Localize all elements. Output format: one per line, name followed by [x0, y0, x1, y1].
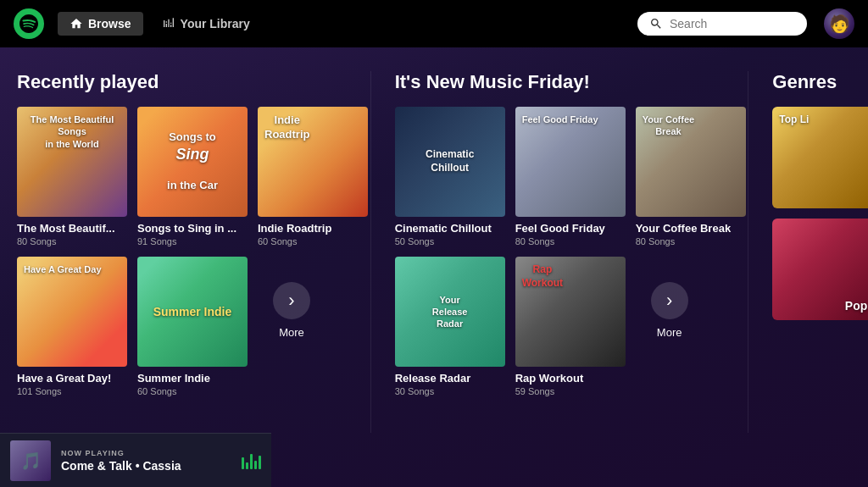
now-playing-label: NOW PLAYING — [61, 449, 231, 457]
genres-section: Genres Top Li Pop — [755, 71, 868, 433]
card-thumbnail: Your CoffeeBreak — [636, 107, 746, 217]
new-music-friday-title: It's New Music Friday! — [395, 71, 725, 93]
search-bar[interactable] — [637, 12, 807, 36]
more-label: More — [279, 326, 304, 339]
list-item[interactable]: IndieRoadtrip Indie Roadtrip 60 Songs — [258, 107, 368, 246]
list-item[interactable]: YourReleaseRadar Release Radar 30 Songs — [395, 257, 505, 396]
list-item[interactable]: Have A Great Day Have a Great Day! 101 S… — [17, 257, 127, 396]
genre-label: Pop — [772, 219, 868, 320]
browse-label: Browse — [88, 17, 131, 30]
card-thumbnail: Feel Good Friday — [515, 107, 626, 217]
list-item[interactable]: Feel Good Friday Feel Good Friday 80 Son… — [515, 107, 626, 246]
card-subtitle: 101 Songs — [17, 386, 127, 396]
art-label: Songs toSingin the Car — [137, 107, 248, 217]
navbar: Browse Your Library 🧑 — [0, 0, 868, 47]
new-music-row2: YourReleaseRadar Release Radar 30 Songs … — [395, 257, 725, 396]
library-label: Your Library — [181, 17, 250, 30]
card-title: Summer Indie — [137, 372, 248, 385]
art-label: Have A Great Day — [17, 257, 127, 367]
equalizer-bars — [242, 452, 261, 469]
card-subtitle: 59 Songs — [515, 386, 626, 396]
genre-card-pop[interactable]: Pop — [772, 219, 868, 320]
recently-played-more-button[interactable]: › More — [258, 257, 326, 339]
card-thumbnail: Summer Indie — [137, 257, 248, 367]
section-divider — [370, 71, 371, 433]
card-title: Have a Great Day! — [17, 372, 127, 385]
card-subtitle: 50 Songs — [395, 236, 505, 246]
genres-title: Genres — [772, 71, 868, 93]
card-subtitle: 80 Songs — [17, 236, 127, 246]
card-thumbnail: RapWorkout — [515, 257, 626, 367]
card-thumbnail: Songs toSingin the Car — [137, 107, 248, 217]
search-icon — [649, 17, 663, 30]
main-content: Recently played The Most Beautiful Songs… — [0, 47, 868, 433]
card-thumbnail: Have A Great Day — [17, 257, 127, 367]
list-item[interactable]: Songs toSingin the Car Songs to Sing in … — [137, 107, 248, 246]
art-label: Summer Indie — [137, 257, 248, 367]
card-thumbnail: CinematicChillout — [395, 107, 505, 217]
art-label: IndieRoadtrip — [258, 107, 368, 217]
library-nav-item[interactable]: Your Library — [150, 12, 262, 36]
eq-bar — [250, 454, 253, 469]
browse-nav-item[interactable]: Browse — [58, 12, 143, 36]
art-label: CinematicChillout — [395, 107, 505, 217]
user-avatar[interactable]: 🧑 — [824, 8, 854, 39]
art-label: The Most Beautiful Songsin the World — [17, 107, 127, 217]
genre-label: Top Li — [772, 107, 868, 208]
list-item[interactable]: Summer Indie Summer Indie 60 Songs — [137, 257, 248, 396]
recently-played-title: Recently played — [17, 71, 347, 93]
more-circle-icon: › — [651, 282, 688, 319]
new-music-friday-section: It's New Music Friday! CinematicChillout… — [378, 71, 742, 433]
card-title: Indie Roadtrip — [258, 222, 368, 235]
art-label: Feel Good Friday — [515, 107, 626, 217]
recently-played-row2: Have A Great Day Have a Great Day! 101 S… — [17, 257, 347, 396]
art-label: YourReleaseRadar — [395, 257, 505, 367]
card-thumbnail: YourReleaseRadar — [395, 257, 505, 367]
player-info: NOW PLAYING Come & Talk • Cassia — [61, 449, 231, 473]
player-thumbnail: 🎵 — [10, 440, 51, 481]
card-title: The Most Beautif... — [17, 222, 127, 235]
art-label: Your CoffeeBreak — [636, 107, 746, 217]
eq-bar — [242, 457, 244, 469]
card-title: Cinematic Chillout — [395, 222, 505, 235]
card-thumbnail: IndieRoadtrip — [258, 107, 368, 217]
card-subtitle: 80 Songs — [515, 236, 626, 246]
recently-played-section: Recently played The Most Beautiful Songs… — [0, 71, 364, 433]
player-track-name: Come & Talk • Cassia — [61, 459, 231, 473]
now-playing-bar: 🎵 NOW PLAYING Come & Talk • Cassia — [0, 433, 271, 487]
recently-played-row1: The Most Beautiful Songsin the World The… — [17, 107, 347, 246]
card-title: Rap Workout — [515, 372, 626, 385]
card-subtitle: 60 Songs — [258, 236, 368, 246]
card-subtitle: 80 Songs — [636, 236, 746, 246]
card-title: Your Coffee Break — [636, 222, 746, 235]
spotify-logo[interactable] — [14, 8, 44, 39]
genre-card-top-li[interactable]: Top Li — [772, 107, 868, 208]
card-subtitle: 30 Songs — [395, 386, 505, 396]
new-music-row1: CinematicChillout Cinematic Chillout 50 … — [395, 107, 725, 246]
eq-bar — [254, 461, 257, 469]
section-divider-2 — [748, 71, 748, 433]
card-thumbnail: The Most Beautiful Songsin the World — [17, 107, 127, 217]
card-title: Feel Good Friday — [515, 222, 626, 235]
list-item[interactable]: CinematicChillout Cinematic Chillout 50 … — [395, 107, 505, 246]
card-subtitle: 60 Songs — [137, 386, 248, 396]
more-circle-icon: › — [273, 282, 310, 319]
eq-bar — [246, 462, 248, 469]
list-item[interactable]: RapWorkout Rap Workout 59 Songs — [515, 257, 626, 396]
more-label: More — [657, 326, 682, 339]
card-title: Songs to Sing in ... — [137, 222, 248, 235]
art-label: RapWorkout — [515, 257, 626, 367]
card-subtitle: 91 Songs — [137, 236, 248, 246]
new-music-more-button[interactable]: › More — [636, 257, 704, 339]
list-item[interactable]: The Most Beautiful Songsin the World The… — [17, 107, 127, 246]
card-title: Release Radar — [395, 372, 505, 385]
list-item[interactable]: Your CoffeeBreak Your Coffee Break 80 So… — [636, 107, 746, 246]
search-input[interactable] — [670, 17, 780, 30]
eq-bar — [259, 456, 261, 469]
